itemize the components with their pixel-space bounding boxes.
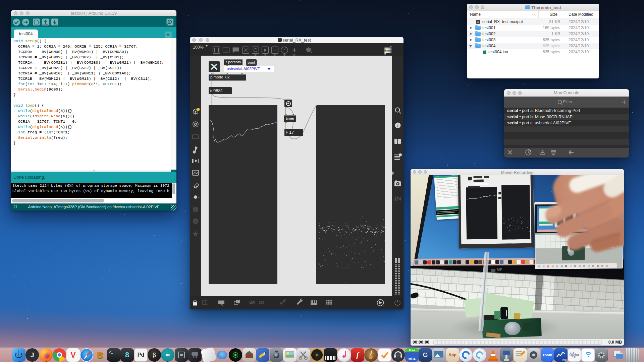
svg-text:b: b [195,220,197,224]
svg-text:p: p [194,208,197,212]
svg-text:m: m [225,49,227,52]
svg-text:i: i [397,123,398,128]
